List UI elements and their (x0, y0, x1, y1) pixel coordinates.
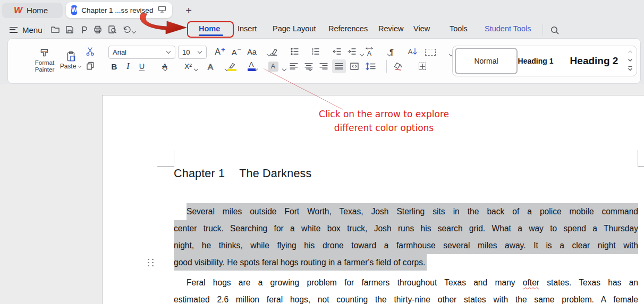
numbered-list-button[interactable] (309, 45, 322, 58)
print-button[interactable] (91, 23, 104, 36)
decrease-font-size-button[interactable]: A − (230, 45, 243, 59)
ribbon-tab-insert[interactable]: Insert (238, 24, 257, 33)
chapter-title: The Darkness (239, 167, 311, 180)
divider (386, 60, 387, 73)
italic-button[interactable]: I (123, 60, 133, 73)
ribbon-tab-page-layout[interactable]: Page Layout (273, 24, 316, 33)
document-tab[interactable]: W Chapter 1 ...ss revised (66, 2, 172, 18)
ribbon-tab-student-tools[interactable]: Student Tools (485, 24, 531, 33)
margin-mark-right-vertical (638, 150, 638, 167)
paragraph2-text: states. Texas has an (539, 278, 638, 287)
distribute-button[interactable] (348, 60, 361, 73)
wps-home-tab-label: Home (27, 6, 48, 15)
change-case-button[interactable]: Aa (244, 45, 259, 59)
highlight-color-swatch (227, 69, 236, 71)
paragraph-drag-handle[interactable] (147, 258, 155, 267)
paragraph-marks-button[interactable]: ¶ (386, 45, 397, 58)
italic-glyph: I (126, 62, 129, 71)
ribbon-tab-tools[interactable]: Tools (450, 24, 468, 33)
app-window: W Home W Chapter 1 ...ss revised + Menu … (0, 0, 644, 304)
font-color-swatch (248, 68, 256, 71)
font-color-button[interactable]: A (245, 59, 257, 73)
style-heading1-label: Heading 1 (518, 57, 554, 65)
paragraph1-line4[interactable]: good visibility. He spots feral hogs rou… (174, 254, 638, 271)
copy-button[interactable] (84, 59, 97, 72)
text-effects-button[interactable]: A (204, 60, 217, 73)
style-normal-label: Normal (474, 57, 498, 65)
document-heading[interactable]: Chapter 1The Darkness (174, 167, 311, 180)
shrink-minus-glyph: − (238, 45, 242, 53)
document-tab-title: Chapter 1 ...ss revised (81, 6, 153, 14)
text-direction-button[interactable] (423, 47, 437, 57)
paragraph1-line2[interactable]: center truck. Searching for a white box … (174, 220, 638, 237)
change-case-glyph: Aa (247, 48, 257, 56)
format-painter-button[interactable]: Format Painter (31, 44, 58, 76)
paragraph2-line2[interactable]: estimated 2.6 million feral hogs, not co… (174, 291, 638, 304)
font-size-combo[interactable]: 10 (178, 46, 207, 59)
wps-home-tab[interactable]: W Home (2, 3, 63, 18)
style-normal[interactable]: Normal (455, 48, 518, 74)
char-spacing-a-glyph: A (367, 50, 371, 57)
outline-a-glyph: A (208, 62, 213, 71)
increase-indent-button[interactable] (345, 45, 358, 58)
font-name-value: Arial (113, 48, 126, 56)
callout-line1: Click on the arrow to explore (268, 107, 499, 121)
paragraph1-line3[interactable]: night, he thinks, while flying his drone… (174, 237, 638, 254)
align-right-button[interactable] (317, 60, 330, 73)
character-shading-button[interactable]: A (267, 60, 279, 72)
superscript-button[interactable]: X² (181, 60, 195, 73)
cut-button[interactable] (84, 45, 97, 58)
justify-button[interactable] (332, 59, 346, 73)
character-spacing-button[interactable]: A (362, 45, 376, 59)
margin-mark-right-horizontal (638, 166, 644, 167)
paragraph1-line1[interactable]: Several miles outside Fort Worth, Texas,… (174, 203, 638, 220)
styles-more-button[interactable] (626, 64, 634, 73)
styles-scroll-down-button[interactable] (626, 56, 634, 64)
format-painter-label: Format Painter (31, 59, 58, 73)
strikethrough-button[interactable]: A (158, 60, 171, 73)
open-file-button[interactable] (49, 23, 62, 36)
ribbon-tab-review[interactable]: Review (378, 24, 404, 33)
undo-button[interactable] (120, 23, 133, 36)
align-center-button[interactable] (302, 60, 315, 73)
margin-mark-left-horizontal (157, 166, 174, 167)
borders-button[interactable] (416, 60, 429, 73)
print-preview-button[interactable] (106, 23, 118, 36)
paste-button[interactable]: Paste (60, 44, 83, 76)
undo-dropdown-chevron[interactable] (132, 30, 137, 34)
increase-font-size-button[interactable]: A + (213, 45, 227, 59)
save-button[interactable] (63, 23, 76, 36)
highlight-color-button[interactable] (225, 59, 239, 73)
bold-button[interactable]: B (108, 60, 120, 73)
hamburger-icon (10, 27, 18, 33)
export-pdf-button[interactable] (78, 23, 90, 36)
paste-dropdown-chevron[interactable] (78, 64, 82, 68)
styles-scroll-up-button[interactable] (626, 48, 634, 55)
align-left-button[interactable] (287, 60, 300, 73)
margin-mark-left-vertical (174, 150, 174, 167)
new-tab-button[interactable]: + (182, 4, 195, 17)
search-icon[interactable] (548, 24, 561, 37)
clear-formatting-button[interactable] (267, 45, 281, 59)
bold-glyph: B (112, 62, 117, 71)
font-name-chevron[interactable] (166, 50, 171, 55)
writer-doc-icon: W (71, 5, 77, 15)
shading-button[interactable] (392, 60, 405, 73)
decrease-indent-button[interactable] (331, 45, 343, 58)
chapter-number: Chapter 1 (174, 167, 225, 180)
grow-plus-glyph: + (221, 46, 225, 54)
screen-share-icon[interactable] (157, 4, 167, 16)
paragraph2-line1[interactable]: Feral hogs are a growing problem for far… (174, 274, 638, 291)
style-heading1[interactable]: Heading 1 (510, 46, 561, 76)
font-name-combo[interactable]: Arial (108, 46, 175, 59)
font-size-chevron[interactable] (198, 50, 202, 55)
highlight-color-chevron[interactable] (282, 67, 287, 72)
menu-button[interactable]: Menu (10, 23, 43, 36)
bullet-list-button[interactable] (289, 45, 301, 58)
underline-button[interactable]: U (136, 60, 148, 73)
sort-button[interactable]: A (406, 45, 420, 58)
line-spacing-button[interactable] (363, 60, 377, 73)
ribbon-tab-references[interactable]: References (328, 24, 368, 33)
ribbon-tab-view[interactable]: View (413, 24, 430, 33)
style-heading2[interactable]: Heading 2 (564, 46, 624, 76)
